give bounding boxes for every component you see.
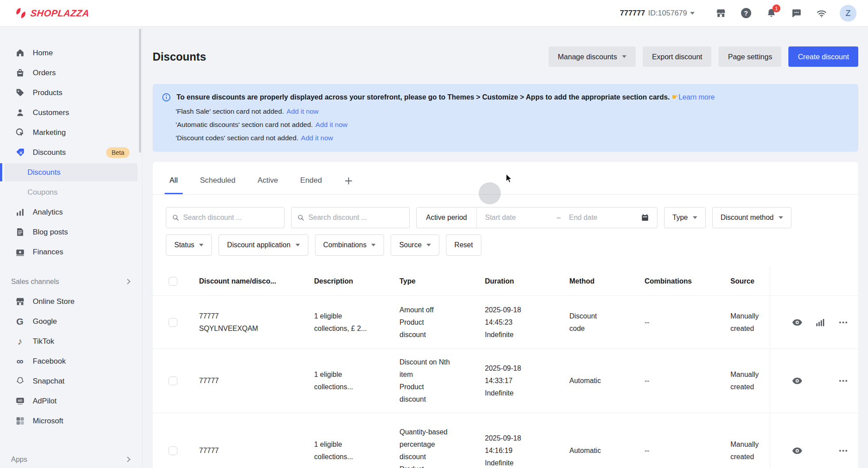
row-checkbox[interactable]: [169, 318, 177, 327]
column-header-name: Discount name/disco...: [199, 275, 314, 288]
sidebar-item-tiktok[interactable]: ♪ TikTok: [0, 331, 142, 351]
google-icon: G: [15, 316, 25, 327]
cell-discount-name[interactable]: 77777: [199, 445, 314, 457]
tab-active[interactable]: Active: [257, 175, 278, 194]
manage-discounts-button[interactable]: Manage discounts: [549, 46, 636, 67]
banner-line-discount-codes: 'Discount codes' section card not added.…: [176, 132, 848, 144]
sidebar-scrollbar[interactable]: [139, 29, 141, 153]
finances-icon: [15, 247, 25, 257]
chevron-right-icon: [125, 279, 131, 284]
end-date-field[interactable]: End date: [561, 214, 641, 222]
sidebar-item-snapchat[interactable]: Snapchat: [0, 371, 142, 391]
home-icon: [15, 48, 25, 58]
sidebar-item-online-store[interactable]: Online Store: [0, 292, 142, 311]
chevron-down-icon: [622, 55, 626, 58]
add-it-now-link[interactable]: Add it now: [301, 134, 333, 142]
shoplazza-logo[interactable]: SHOPLAZZA: [15, 7, 89, 19]
sidebar-item-google[interactable]: G Google: [0, 311, 142, 331]
sidebar-item-label: Marketing: [33, 128, 66, 137]
tab-scheduled[interactable]: Scheduled: [200, 175, 235, 194]
network-status-button[interactable]: [816, 8, 827, 19]
cell-type: Amount off Product discount: [399, 304, 485, 341]
combinations-filter[interactable]: Combinations: [315, 234, 384, 256]
cell-type: Discount on Nth item Product discount: [399, 356, 485, 406]
sidebar-item-microsoft[interactable]: Microsoft: [0, 411, 142, 431]
source-filter[interactable]: Source: [391, 234, 439, 256]
reset-label: Reset: [454, 241, 473, 249]
select-all-checkbox[interactable]: [169, 277, 177, 286]
sidebar-item-home[interactable]: Home: [0, 43, 142, 63]
sidebar-subitem-discounts[interactable]: Discounts: [0, 162, 142, 182]
cell-combinations: --: [645, 316, 730, 329]
discount-method-filter[interactable]: Discount method: [712, 207, 791, 228]
search-discount-input-2[interactable]: [308, 214, 403, 222]
sidebar-item-blog-posts[interactable]: Blog posts: [0, 222, 142, 242]
sidebar-item-marketing[interactable]: Marketing: [0, 123, 142, 142]
help-button[interactable]: ?: [740, 8, 752, 19]
reset-filters-button[interactable]: Reset: [446, 234, 481, 256]
create-discount-button[interactable]: Create discount: [788, 46, 858, 67]
avatar[interactable]: Z: [840, 5, 856, 22]
action-spacer: [814, 375, 826, 387]
banner-line-text: 'Flash Sale' section card not added.: [176, 107, 284, 115]
more-actions-button[interactable]: [837, 316, 849, 328]
preview-button[interactable]: [791, 445, 803, 456]
sidebar-item-orders[interactable]: Orders: [0, 63, 142, 83]
learn-more-link[interactable]: ☛Learn more: [672, 93, 714, 101]
type-filter[interactable]: Type: [664, 207, 706, 228]
active-period-date-range[interactable]: Active period Start date – End date: [416, 207, 657, 228]
more-actions-button[interactable]: [837, 375, 849, 387]
sidebar-section-apps[interactable]: Apps: [0, 449, 142, 468]
page-settings-button[interactable]: Page settings: [718, 46, 781, 67]
more-actions-button[interactable]: [837, 445, 849, 456]
discount-application-filter[interactable]: Discount application: [219, 234, 308, 256]
storefront-button[interactable]: [715, 8, 726, 19]
eye-icon: [791, 445, 803, 456]
add-it-now-link[interactable]: Add it now: [315, 121, 347, 128]
sidebar-item-label: Products: [33, 88, 62, 97]
sidebar-item-analytics[interactable]: Analytics: [0, 202, 142, 222]
sidebar-item-label: Google: [33, 317, 57, 326]
store-switcher[interactable]: 777777 ID:1057679: [620, 9, 695, 18]
cell-source: Manually created: [730, 438, 770, 463]
orders-icon: [15, 68, 25, 78]
cell-method: Automatic: [569, 445, 645, 457]
chat-icon: [791, 8, 802, 19]
search-discount-input-1[interactable]: [183, 214, 278, 222]
add-it-now-link[interactable]: Add it now: [287, 107, 319, 115]
shoplazza-logo-icon: [15, 7, 27, 19]
preview-button[interactable]: [791, 316, 803, 328]
analytics-button[interactable]: [814, 316, 826, 328]
add-tab-button[interactable]: [344, 176, 353, 194]
cell-discount-name[interactable]: 77777: [199, 375, 314, 387]
sidebar-item-customers[interactable]: Customers: [0, 103, 142, 123]
sidebar-subitem-coupons[interactable]: Coupons: [0, 182, 142, 202]
tab-ended[interactable]: Ended: [300, 175, 322, 194]
manage-discounts-label: Manage discounts: [558, 53, 617, 61]
column-header-type: Type: [399, 275, 485, 288]
discounts-icon: [15, 147, 25, 158]
sidebar-item-label: Snapchat: [33, 377, 65, 386]
row-checkbox[interactable]: [169, 376, 177, 385]
sidebar-item-discounts[interactable]: Discounts Beta: [0, 142, 142, 162]
notifications-button[interactable]: 1: [765, 8, 777, 19]
page-settings-label: Page settings: [728, 53, 772, 61]
preview-button[interactable]: [791, 375, 803, 387]
sidebar-item-facebook[interactable]: ∞ Facebook: [0, 351, 142, 371]
cell-description: 1 eligible collections...: [314, 438, 399, 463]
cell-combinations: --: [645, 445, 730, 457]
messages-button[interactable]: [791, 8, 802, 19]
table-row: 77777 1 eligible collections... Quantity…: [153, 413, 858, 468]
sidebar-item-finances[interactable]: Finances: [0, 242, 142, 262]
tab-all[interactable]: All: [165, 175, 183, 194]
row-checkbox[interactable]: [169, 446, 177, 455]
sidebar-section-sales-channels[interactable]: Sales channels: [0, 272, 142, 292]
sidebar-item-label: Microsoft: [33, 417, 63, 426]
export-discount-button[interactable]: Export discount: [643, 46, 712, 67]
sidebar-item-adpilot[interactable]: AD AdPilot: [0, 391, 142, 411]
status-filter[interactable]: Status: [166, 234, 212, 256]
cell-discount-name[interactable]: 77777 SQYLNVEEXQAM: [199, 310, 314, 335]
sidebar-item-products[interactable]: Products: [0, 83, 142, 103]
start-date-field[interactable]: Start date: [477, 214, 557, 222]
help-icon: ?: [741, 8, 751, 18]
